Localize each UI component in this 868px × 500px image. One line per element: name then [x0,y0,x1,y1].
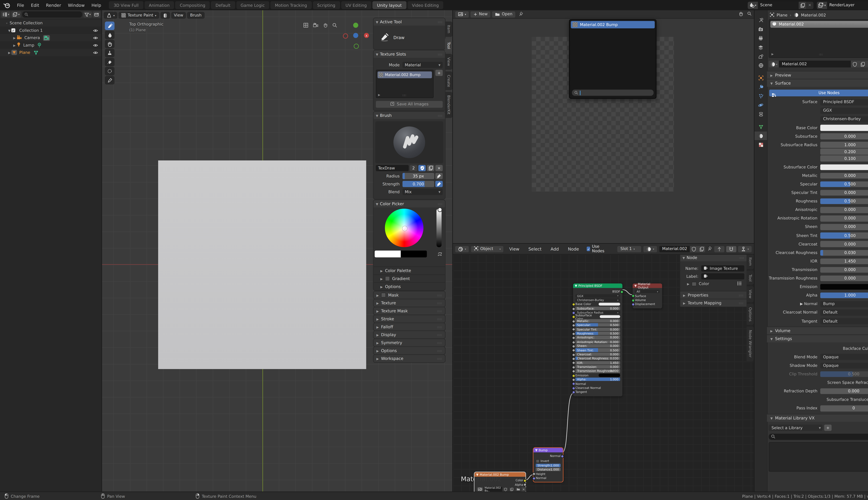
normal-row[interactable]: Normal [536,476,561,479]
gray-socket-input[interactable] [572,345,575,348]
shield-icon[interactable] [503,488,507,491]
invert-checkbox[interactable] [536,459,539,463]
yellow-socket-input[interactable] [572,316,575,319]
node-header[interactable]: ▼Material.002 Bump [475,472,525,477]
node-menu-add[interactable]: Add [547,246,562,251]
properties-tab-world[interactable] [754,61,767,70]
workspace-tab-default[interactable]: Default [211,1,235,9]
node-input-row[interactable]: Sheen:0.000 [575,344,620,348]
scene-icon[interactable]: ▾ [748,1,758,9]
node-input-row[interactable]: Metallic:0.000 [575,319,620,322]
value-slider[interactable]: 1.000 [820,293,868,298]
workspace-tab-uv-editing[interactable]: UV Editing [341,1,371,9]
node-menu-select[interactable]: Select [525,246,545,251]
yellow-socket-input[interactable] [572,303,575,306]
gray-socket-input[interactable] [572,320,575,323]
object-name[interactable]: Collection 1 [19,28,43,33]
color-swatch[interactable] [820,125,868,131]
image-pan-icon[interactable] [739,11,743,18]
sidebar-tab-view[interactable]: View [445,54,452,70]
copy-brush-button[interactable] [427,165,434,171]
node-color-row[interactable]: ▶Color [683,281,744,287]
node-sidebar-tab-options[interactable]: Options [746,304,754,325]
properties-tab-output[interactable] [754,34,767,43]
texture-slot-list[interactable]: Material.002 Bump▶∷∷ [376,70,434,98]
node-sidebar-tab-node-wrangler[interactable]: Node Wrangler [746,327,754,361]
blender-logo-icon[interactable] [0,2,13,8]
snap-icon[interactable] [726,246,736,252]
visibility-eye-icon[interactable] [93,36,98,39]
swap-colors-icon[interactable] [437,252,443,258]
distance-row[interactable]: Distance:1.000 [536,468,561,471]
visibility-eye-icon[interactable] [93,29,98,32]
image-datablock-row[interactable]: ▾Material.002 Bu..× [477,487,523,491]
open-image-icon[interactable] [516,488,520,491]
subpanel-color-palette[interactable]: ▶Color Palette [374,266,445,274]
primary-color-swatch[interactable] [375,251,401,257]
viewport-editor-type-icon[interactable]: ▾ [104,12,117,19]
value-slider[interactable]: Clearcoat Roughness:0.030 [575,356,620,360]
expand-arrow-icon[interactable]: ▼ [7,29,11,32]
node-input-row[interactable]: Anisotropic:0.000 [575,336,620,339]
properties-tab-constraints[interactable] [754,110,767,118]
dropdown[interactable]: GGX▾ [820,108,868,114]
workspace-tab-motion-tracking[interactable]: Motion Tracking [270,1,311,9]
purple-socket-input[interactable] [532,477,536,480]
surface-panel-header[interactable]: ▼Surface∷∷ [767,79,868,87]
properties-tab-texture[interactable] [754,141,767,149]
properties-tab-view-layer[interactable] [754,43,767,52]
material-slot-dropdown[interactable]: Slot 1▾ [617,246,641,252]
value-slider[interactable]: 1.450 [820,258,868,264]
node-input-row[interactable]: Transmission Roughness:0.000 [575,369,620,373]
node-header[interactable]: ▼Principled BSDF [573,284,623,288]
object-name[interactable]: Plane [19,50,30,55]
mask-checkbox[interactable] [381,293,386,298]
value-slider[interactable]: 0 [820,405,868,411]
brush-header[interactable]: ▼Brush∷∷ [374,112,445,119]
material-slot-list[interactable]: Material.002▶∷∷ [769,19,868,58]
object-name[interactable]: Lamp [23,43,34,47]
material-name-field[interactable]: Material.002 [779,60,850,67]
gray-socket-input[interactable] [572,378,575,382]
dropdown[interactable]: All▾ [635,290,660,293]
collection-checkbox[interactable]: ✓ [11,28,15,32]
gray-socket-input[interactable] [572,332,575,336]
properties-tab-material[interactable] [754,132,767,140]
pan-hand-icon[interactable] [323,23,328,29]
bump-node[interactable]: ▼BumpNormalInvertStrength:1.000Distance:… [534,448,563,482]
brush-preview[interactable] [375,121,443,163]
properties-tab-physics[interactable] [754,101,767,109]
value-slider[interactable]: Anisotropic:0.000 [575,336,620,339]
node-input-row[interactable]: Transmission:0.000 [575,365,620,368]
subpanel-options[interactable]: ▶Options [374,282,445,290]
view-menu[interactable]: View [171,12,186,19]
value-slider[interactable]: Anisotropic Rotation:0.000 [575,340,620,343]
value-slider[interactable]: Roughness:0.500 [575,332,620,335]
node-name-field[interactable]: Image Texture [701,265,744,272]
value-slider[interactable]: 0.000 [820,173,868,179]
color-wheel-cursor[interactable] [402,226,407,231]
value-slider[interactable]: 0.000 [820,275,868,281]
menu-edit[interactable]: Edit [27,3,43,8]
color-wheel[interactable] [385,209,423,247]
workspace-tab-unity-layout[interactable]: Unity layout [373,1,406,9]
image-zoom-icon[interactable] [747,11,752,18]
brush-users-count[interactable]: 2 [410,165,417,171]
sidebar-tab-tool[interactable]: Tool [445,38,452,52]
node-input-row[interactable]: Surface [635,294,660,297]
purple-socket-output[interactable] [561,455,564,458]
dropdown[interactable]: Christensen-Burley▾ [820,116,868,122]
gray-socket-output[interactable] [523,483,527,487]
value-slider[interactable]: 0.500 [820,198,868,204]
node-menu-node[interactable]: Node [564,246,582,251]
value-field[interactable]: 0.200 [820,149,868,155]
properties-tab-render[interactable] [754,25,767,34]
library-select-dropdown[interactable]: Select a Library▾ [769,425,823,431]
dropdown[interactable]: Opaque▾ [820,363,868,368]
material-name-field[interactable]: Material.002× [659,246,705,252]
volume-panel-header[interactable]: ▶Volume∷∷ [767,327,868,335]
preview-panel-header[interactable]: ▶Preview∷∷ [767,71,868,79]
value-slider[interactable]: Sheen:0.000 [575,344,620,348]
value-slider[interactable]: Subsurface:0.000 [575,307,620,310]
gray-socket-input[interactable] [572,324,575,327]
